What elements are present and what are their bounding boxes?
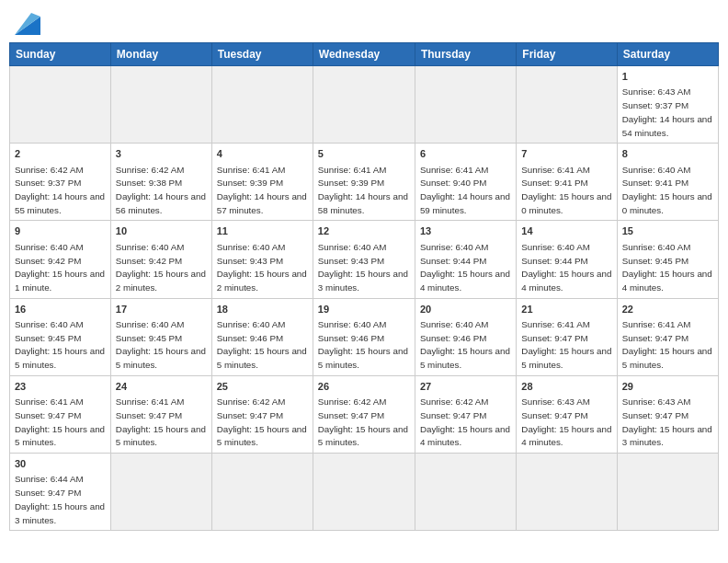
day-info: Sunrise: 6:41 AM Sunset: 9:47 PM Dayligh… <box>116 396 206 447</box>
calendar-cell: 17Sunrise: 6:40 AM Sunset: 9:45 PM Dayli… <box>110 298 211 375</box>
day-number: 24 <box>116 380 207 394</box>
weekday-header-saturday: Saturday <box>617 43 718 66</box>
calendar-cell <box>617 454 718 531</box>
calendar-cell: 2Sunrise: 6:42 AM Sunset: 9:37 PM Daylig… <box>10 144 111 221</box>
weekday-header-friday: Friday <box>517 43 617 66</box>
calendar-cell: 25Sunrise: 6:42 AM Sunset: 9:47 PM Dayli… <box>211 375 313 453</box>
day-number: 11 <box>217 224 308 238</box>
day-number: 2 <box>15 147 106 161</box>
day-info: Sunrise: 6:40 AM Sunset: 9:43 PM Dayligh… <box>217 242 307 293</box>
weekday-header-sunday: Sunday <box>10 43 111 66</box>
calendar-cell <box>10 66 111 144</box>
calendar-cell: 24Sunrise: 6:41 AM Sunset: 9:47 PM Dayli… <box>110 375 211 453</box>
week-row-2: 2Sunrise: 6:42 AM Sunset: 9:37 PM Daylig… <box>10 144 719 221</box>
calendar-cell <box>110 66 211 144</box>
day-number: 1 <box>622 70 713 84</box>
day-number: 7 <box>521 147 611 161</box>
calendar-cell: 1Sunrise: 6:43 AM Sunset: 9:37 PM Daylig… <box>617 66 718 144</box>
calendar-cell: 23Sunrise: 6:41 AM Sunset: 9:47 PM Dayli… <box>10 375 111 453</box>
day-info: Sunrise: 6:40 AM Sunset: 9:46 PM Dayligh… <box>318 319 408 370</box>
day-info: Sunrise: 6:43 AM Sunset: 9:47 PM Dayligh… <box>622 396 712 447</box>
calendar-cell: 27Sunrise: 6:42 AM Sunset: 9:47 PM Dayli… <box>415 375 516 453</box>
calendar-cell: 3Sunrise: 6:42 AM Sunset: 9:38 PM Daylig… <box>110 144 211 221</box>
calendar-cell: 20Sunrise: 6:40 AM Sunset: 9:46 PM Dayli… <box>415 298 516 375</box>
day-info: Sunrise: 6:41 AM Sunset: 9:47 PM Dayligh… <box>521 319 611 370</box>
weekday-header-wednesday: Wednesday <box>313 43 415 66</box>
day-info: Sunrise: 6:43 AM Sunset: 9:37 PM Dayligh… <box>622 86 712 137</box>
day-info: Sunrise: 6:40 AM Sunset: 9:46 PM Dayligh… <box>217 319 307 370</box>
day-number: 12 <box>318 224 410 238</box>
day-info: Sunrise: 6:41 AM Sunset: 9:39 PM Dayligh… <box>217 165 307 215</box>
calendar-cell: 14Sunrise: 6:40 AM Sunset: 9:44 PM Dayli… <box>517 221 617 298</box>
day-info: Sunrise: 6:40 AM Sunset: 9:45 PM Dayligh… <box>622 242 712 293</box>
weekday-header-tuesday: Tuesday <box>211 43 313 66</box>
day-number: 18 <box>217 303 308 316</box>
day-info: Sunrise: 6:41 AM Sunset: 9:40 PM Dayligh… <box>420 165 510 215</box>
day-info: Sunrise: 6:40 AM Sunset: 9:41 PM Dayligh… <box>622 165 712 215</box>
day-info: Sunrise: 6:42 AM Sunset: 9:38 PM Dayligh… <box>116 165 206 215</box>
day-info: Sunrise: 6:42 AM Sunset: 9:47 PM Dayligh… <box>217 396 307 447</box>
weekday-header-thursday: Thursday <box>415 43 516 66</box>
day-info: Sunrise: 6:40 AM Sunset: 9:43 PM Dayligh… <box>318 242 408 293</box>
day-number: 5 <box>318 147 410 161</box>
calendar-cell <box>415 454 516 531</box>
calendar-cell <box>110 454 211 531</box>
calendar-cell <box>517 66 617 144</box>
weekday-header-monday: Monday <box>110 43 211 66</box>
calendar-cell <box>211 454 313 531</box>
calendar-cell: 7Sunrise: 6:41 AM Sunset: 9:41 PM Daylig… <box>517 144 617 221</box>
calendar-cell: 19Sunrise: 6:40 AM Sunset: 9:46 PM Dayli… <box>313 298 415 375</box>
day-info: Sunrise: 6:40 AM Sunset: 9:45 PM Dayligh… <box>116 319 206 370</box>
calendar-cell <box>313 66 415 144</box>
day-number: 6 <box>420 147 511 161</box>
day-info: Sunrise: 6:40 AM Sunset: 9:44 PM Dayligh… <box>420 242 510 293</box>
day-info: Sunrise: 6:41 AM Sunset: 9:47 PM Dayligh… <box>15 396 105 447</box>
calendar-cell: 12Sunrise: 6:40 AM Sunset: 9:43 PM Dayli… <box>313 221 415 298</box>
calendar-cell: 10Sunrise: 6:40 AM Sunset: 9:42 PM Dayli… <box>110 221 211 298</box>
week-row-1: 1Sunrise: 6:43 AM Sunset: 9:37 PM Daylig… <box>10 66 719 144</box>
day-info: Sunrise: 6:42 AM Sunset: 9:47 PM Dayligh… <box>420 396 510 447</box>
weekday-header-row: SundayMondayTuesdayWednesdayThursdayFrid… <box>10 43 719 66</box>
day-info: Sunrise: 6:44 AM Sunset: 9:47 PM Dayligh… <box>15 474 105 524</box>
day-number: 9 <box>15 224 106 238</box>
day-number: 13 <box>420 224 511 238</box>
calendar-cell: 30Sunrise: 6:44 AM Sunset: 9:47 PM Dayli… <box>10 454 111 531</box>
calendar-cell: 9Sunrise: 6:40 AM Sunset: 9:42 PM Daylig… <box>10 221 111 298</box>
calendar-cell: 22Sunrise: 6:41 AM Sunset: 9:47 PM Dayli… <box>617 298 718 375</box>
day-number: 28 <box>521 380 611 394</box>
day-number: 15 <box>622 224 713 238</box>
calendar-cell <box>211 66 313 144</box>
day-info: Sunrise: 6:41 AM Sunset: 9:39 PM Dayligh… <box>318 165 408 215</box>
calendar-cell <box>517 454 617 531</box>
day-info: Sunrise: 6:41 AM Sunset: 9:41 PM Dayligh… <box>521 165 611 215</box>
calendar-cell: 6Sunrise: 6:41 AM Sunset: 9:40 PM Daylig… <box>415 144 516 221</box>
logo <box>13 13 40 33</box>
calendar-table: SundayMondayTuesdayWednesdayThursdayFrid… <box>9 42 719 531</box>
day-number: 21 <box>521 303 611 316</box>
calendar-cell: 5Sunrise: 6:41 AM Sunset: 9:39 PM Daylig… <box>313 144 415 221</box>
day-number: 10 <box>116 224 207 238</box>
day-number: 4 <box>217 147 308 161</box>
calendar-cell: 16Sunrise: 6:40 AM Sunset: 9:45 PM Dayli… <box>10 298 111 375</box>
day-info: Sunrise: 6:40 AM Sunset: 9:44 PM Dayligh… <box>521 242 611 293</box>
calendar-cell <box>313 454 415 531</box>
week-row-3: 9Sunrise: 6:40 AM Sunset: 9:42 PM Daylig… <box>10 221 719 298</box>
calendar-cell <box>415 66 516 144</box>
calendar-cell: 29Sunrise: 6:43 AM Sunset: 9:47 PM Dayli… <box>617 375 718 453</box>
week-row-4: 16Sunrise: 6:40 AM Sunset: 9:45 PM Dayli… <box>10 298 719 375</box>
day-info: Sunrise: 6:40 AM Sunset: 9:42 PM Dayligh… <box>116 242 206 293</box>
day-info: Sunrise: 6:40 AM Sunset: 9:45 PM Dayligh… <box>15 319 105 370</box>
day-number: 22 <box>622 303 713 316</box>
day-number: 25 <box>217 380 308 394</box>
day-info: Sunrise: 6:41 AM Sunset: 9:47 PM Dayligh… <box>622 319 712 370</box>
logo-icon <box>15 13 40 35</box>
day-number: 23 <box>15 380 106 394</box>
week-row-5: 23Sunrise: 6:41 AM Sunset: 9:47 PM Dayli… <box>10 375 719 453</box>
day-info: Sunrise: 6:40 AM Sunset: 9:46 PM Dayligh… <box>420 319 510 370</box>
week-row-6: 30Sunrise: 6:44 AM Sunset: 9:47 PM Dayli… <box>10 454 719 531</box>
calendar-cell: 18Sunrise: 6:40 AM Sunset: 9:46 PM Dayli… <box>211 298 313 375</box>
day-number: 26 <box>318 380 410 394</box>
calendar-cell: 11Sunrise: 6:40 AM Sunset: 9:43 PM Dayli… <box>211 221 313 298</box>
day-number: 19 <box>318 303 410 316</box>
day-info: Sunrise: 6:42 AM Sunset: 9:47 PM Dayligh… <box>318 396 408 447</box>
